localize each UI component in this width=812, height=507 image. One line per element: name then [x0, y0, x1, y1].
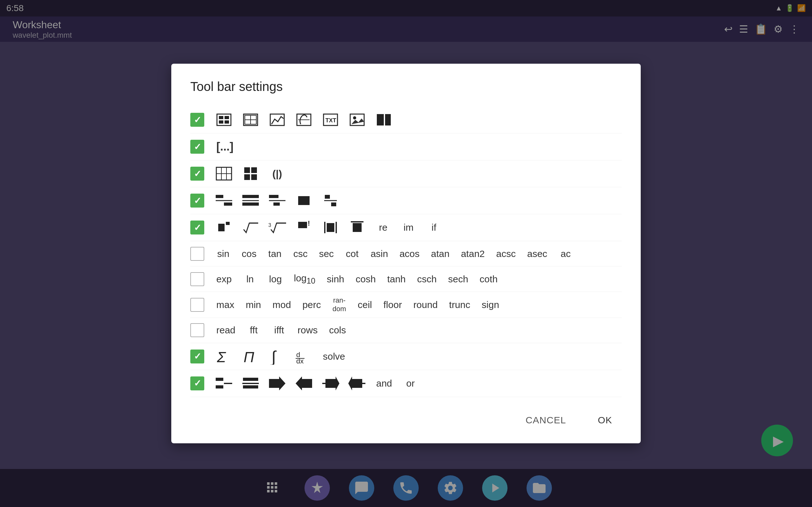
- svg-rect-1: [219, 116, 223, 119]
- checkbox-row10[interactable]: [190, 349, 204, 363]
- bracket-icon[interactable]: [...]: [214, 136, 234, 157]
- frac-icon[interactable]: [320, 190, 341, 211]
- solve-label[interactable]: solve: [320, 350, 348, 363]
- misc-floor[interactable]: floor: [381, 298, 404, 312]
- ok-button[interactable]: OK: [589, 410, 622, 431]
- hyp-sinh[interactable]: sinh: [324, 273, 347, 286]
- trig-tan[interactable]: tan: [265, 247, 285, 261]
- trig-acos[interactable]: acos: [397, 247, 422, 261]
- misc-min[interactable]: min: [243, 298, 264, 312]
- checkbox-row2[interactable]: [190, 140, 204, 154]
- trig-atan2[interactable]: atan2: [458, 247, 487, 261]
- svg-rect-62: [243, 385, 258, 389]
- sqrt-icon[interactable]: [241, 217, 261, 238]
- hyp-log10[interactable]: log10: [291, 272, 318, 287]
- arrow3-icon[interactable]: [267, 373, 287, 394]
- hyp-coth[interactable]: coth: [477, 273, 500, 286]
- paren-icon[interactable]: (|): [267, 164, 287, 184]
- checkbox-row5[interactable]: [190, 221, 204, 234]
- integral-icon[interactable]: ∫: [267, 346, 287, 367]
- hyp-sech[interactable]: sech: [446, 273, 471, 286]
- im-label[interactable]: im: [399, 221, 418, 234]
- arrow5-icon[interactable]: [320, 373, 341, 394]
- graph-icon[interactable]: [267, 110, 287, 130]
- hyp-exp[interactable]: exp: [214, 273, 234, 286]
- misc-ceil[interactable]: ceil: [355, 298, 374, 312]
- trig-atan[interactable]: atan: [428, 247, 452, 261]
- checkbox-row1[interactable]: [190, 113, 204, 127]
- row6-items: sin cos tan csc sec cot asin acos atan a…: [214, 247, 575, 261]
- checkbox-row11[interactable]: [190, 377, 204, 390]
- hline3-icon[interactable]: [267, 190, 287, 211]
- deriv-icon[interactable]: d dx: [294, 346, 314, 367]
- sigma-icon[interactable]: Σ: [214, 346, 234, 367]
- matrix3-icon[interactable]: [214, 164, 234, 184]
- hline1-icon[interactable]: [214, 190, 234, 211]
- checkbox-row4[interactable]: [190, 193, 204, 208]
- io-fft[interactable]: fft: [244, 324, 263, 337]
- small-block-icon[interactable]: [241, 164, 261, 184]
- svg-rect-2: [224, 116, 229, 119]
- misc-round[interactable]: round: [411, 298, 440, 312]
- hyp-ln[interactable]: ln: [241, 273, 259, 286]
- if-label[interactable]: if: [424, 221, 444, 234]
- arrow4-icon[interactable]: [294, 373, 314, 394]
- bar-icon[interactable]: [347, 217, 367, 238]
- cancel-button[interactable]: CANCEL: [516, 410, 576, 431]
- svg-rect-59: [216, 385, 223, 389]
- hyp-log[interactable]: log: [266, 273, 285, 286]
- square-icon[interactable]: [214, 217, 234, 238]
- trig-acsc[interactable]: acsc: [494, 247, 518, 261]
- checkbox-row3[interactable]: [190, 167, 204, 181]
- row11-items: and or: [214, 373, 420, 394]
- and-label[interactable]: and: [374, 377, 395, 390]
- trig-ac[interactable]: ac: [556, 247, 575, 261]
- abs-icon[interactable]: [320, 217, 341, 238]
- matrix2-icon[interactable]: [241, 110, 261, 130]
- trig-asin[interactable]: asin: [368, 247, 391, 261]
- checkbox-row8[interactable]: [190, 298, 204, 312]
- split-icon[interactable]: [374, 110, 394, 130]
- io-read[interactable]: read: [214, 324, 238, 337]
- svg-rect-17: [385, 114, 391, 125]
- misc-sign[interactable]: sign: [479, 298, 502, 312]
- row9-items: read fft ifft rows cols: [214, 324, 349, 337]
- cbrt-icon[interactable]: 3: [267, 217, 287, 238]
- io-cols[interactable]: cols: [326, 324, 348, 337]
- function-icon[interactable]: [294, 110, 314, 130]
- trig-cot[interactable]: cot: [343, 247, 362, 261]
- fact-icon[interactable]: !: [294, 217, 314, 238]
- io-ifft[interactable]: ifft: [270, 324, 289, 337]
- pi-icon[interactable]: Π: [241, 346, 261, 367]
- hyp-tanh[interactable]: tanh: [385, 273, 408, 286]
- hyp-cosh[interactable]: cosh: [353, 273, 378, 286]
- re-label[interactable]: re: [374, 221, 393, 234]
- toolbar-row-2: [...]: [190, 133, 622, 160]
- checkbox-row9[interactable]: [190, 323, 204, 337]
- trig-sin[interactable]: sin: [214, 247, 233, 261]
- image-icon[interactable]: [347, 110, 367, 130]
- io-rows[interactable]: rows: [295, 324, 320, 337]
- txt-icon[interactable]: TXT: [320, 110, 341, 130]
- or-label[interactable]: or: [401, 377, 420, 390]
- arrow1-icon[interactable]: [214, 373, 234, 394]
- misc-max[interactable]: max: [214, 298, 237, 312]
- misc-trunc[interactable]: trunc: [447, 298, 473, 312]
- row1-items: TXT: [214, 110, 394, 130]
- trig-sec[interactable]: sec: [316, 247, 337, 261]
- matrix-icon[interactable]: [214, 110, 234, 130]
- trig-cos[interactable]: cos: [239, 247, 259, 261]
- arrow2-icon[interactable]: [241, 373, 261, 394]
- svg-text:∫: ∫: [270, 348, 277, 365]
- arrow6-icon[interactable]: [347, 373, 367, 394]
- checkbox-row6[interactable]: [190, 247, 204, 261]
- checkbox-row7[interactable]: [190, 272, 204, 286]
- trig-asec[interactable]: asec: [525, 247, 550, 261]
- hyp-csch[interactable]: csch: [415, 273, 439, 286]
- trig-csc[interactable]: csc: [291, 247, 310, 261]
- hline2-icon[interactable]: [241, 190, 261, 211]
- misc-perc[interactable]: perc: [300, 298, 323, 312]
- misc-random[interactable]: ran-dom: [330, 295, 349, 314]
- box-icon[interactable]: [294, 190, 314, 211]
- misc-mod[interactable]: mod: [270, 298, 293, 312]
